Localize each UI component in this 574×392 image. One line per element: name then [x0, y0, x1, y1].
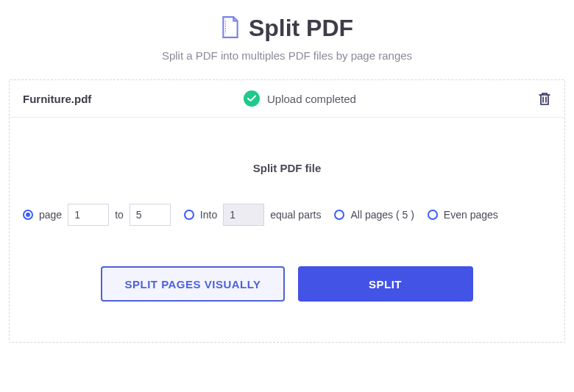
- into-input[interactable]: [223, 204, 264, 226]
- page-title: Split PDF: [249, 15, 353, 42]
- page-subtitle: Split a PDF into multiples PDF files by …: [9, 49, 565, 62]
- check-icon: [244, 90, 260, 107]
- pdf-icon: [221, 16, 240, 41]
- upload-card: Furniture.pdf Upload completed Split PDF…: [9, 79, 565, 343]
- even-pages-label: Even pages: [444, 209, 498, 221]
- split-visually-button[interactable]: SPLIT PAGES VISUALLY: [101, 266, 284, 302]
- delete-button[interactable]: [538, 91, 551, 106]
- upload-status: Upload completed: [267, 93, 356, 105]
- all-pages-label: All pages ( 5 ): [350, 209, 414, 221]
- radio-page-range[interactable]: [23, 210, 33, 220]
- into-suffix: equal parts: [270, 209, 321, 221]
- page-from-input[interactable]: [68, 204, 109, 226]
- into-label: Into: [200, 209, 217, 221]
- page-label: page: [39, 209, 62, 221]
- radio-into-parts[interactable]: [184, 210, 194, 220]
- split-button[interactable]: SPLIT: [298, 266, 473, 302]
- section-title: Split PDF file: [10, 162, 564, 174]
- trash-icon: [538, 91, 551, 106]
- radio-even-pages[interactable]: [428, 210, 438, 220]
- page-to-input[interactable]: [130, 204, 171, 226]
- uploaded-filename: Furniture.pdf: [23, 93, 244, 105]
- radio-all-pages[interactable]: [334, 210, 344, 220]
- page-to-label: to: [115, 209, 124, 221]
